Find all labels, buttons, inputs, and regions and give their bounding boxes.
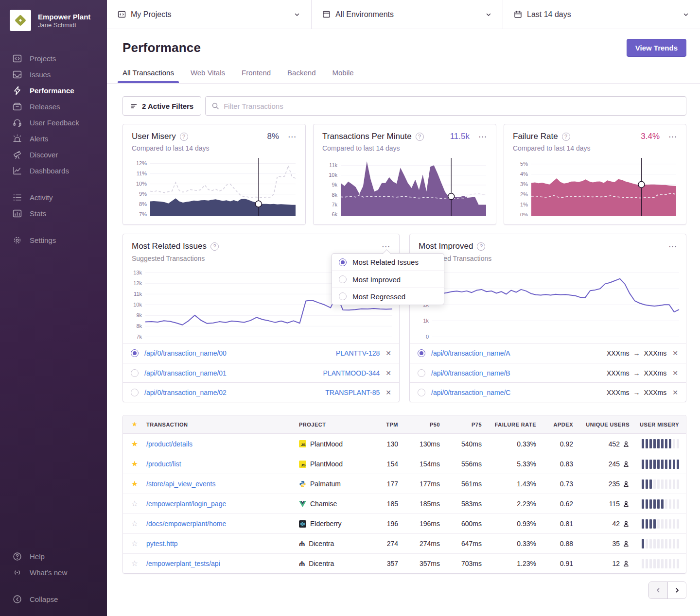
list-item: /api/0/transaction_name/01 PLANTMOOD-344…	[123, 363, 399, 382]
star-icon[interactable]: ★	[123, 422, 146, 427]
user-icon	[623, 480, 630, 487]
sidebar-item-performance[interactable]: Performance	[0, 83, 107, 99]
svg-text:10k: 10k	[133, 302, 142, 308]
transaction-link[interactable]: /api/0/transaction_name/00	[144, 349, 227, 357]
sidebar-item-discover[interactable]: Discover	[0, 147, 107, 163]
star-icon[interactable]: ☆	[123, 540, 146, 548]
col-project[interactable]: PROJECT	[299, 422, 372, 428]
col-user-misery[interactable]: USER MISERY	[631, 422, 686, 428]
card-menu-button[interactable]: ⋯	[664, 133, 677, 141]
star-icon[interactable]: ★	[123, 460, 146, 468]
transaction-link[interactable]: /product/details	[146, 440, 192, 448]
issue-link[interactable]: PLANTTV-128	[336, 349, 380, 357]
sidebar-item-issues[interactable]: Issues	[0, 67, 107, 83]
tpm-cell: 185	[372, 500, 400, 508]
most-improved-chart: 4k3k2k1k0	[414, 266, 680, 340]
tab-mobile[interactable]: Mobile	[332, 68, 353, 83]
star-icon[interactable]: ★	[123, 440, 146, 448]
previous-page-button[interactable]	[649, 582, 667, 599]
transaction-link[interactable]: /docs/empowerplant/home	[146, 520, 226, 528]
col-p75[interactable]: P75	[442, 422, 484, 428]
radio-button[interactable]	[418, 389, 425, 396]
help-circle-icon[interactable]: ?	[477, 242, 485, 251]
star-icon[interactable]: ★	[123, 480, 146, 488]
card-menu-button[interactable]: ⋯	[473, 133, 487, 141]
next-page-button[interactable]	[667, 582, 686, 599]
tab-all-transactions[interactable]: All Transactions	[122, 68, 174, 83]
date-range-picker[interactable]: Last 14 days	[503, 0, 700, 29]
transaction-link[interactable]: /api/0/transaction_name/C	[431, 389, 510, 396]
col-tpm[interactable]: TPM	[372, 422, 400, 428]
card-menu-button[interactable]: ⋯	[283, 133, 297, 141]
col-apdex[interactable]: APDEX	[538, 422, 575, 428]
tab-frontend[interactable]: Frontend	[242, 68, 271, 83]
star-icon[interactable]: ☆	[123, 560, 146, 567]
transaction-link[interactable]: /product/list	[146, 460, 181, 468]
transaction-link[interactable]: /api/0/transaction_name/A	[431, 349, 510, 357]
menu-item-most-improved[interactable]: Most Improved	[332, 271, 444, 288]
transaction-link[interactable]: pytest.http	[146, 540, 178, 548]
radio-button[interactable]	[131, 369, 139, 377]
help-circle-icon[interactable]: ?	[180, 133, 188, 141]
active-filters-button[interactable]: 2 Active Filters	[122, 96, 201, 116]
transaction-link[interactable]: /api/0/transaction_name/B	[431, 369, 510, 377]
col-failure-rate[interactable]: FAILURE RATE	[484, 422, 538, 428]
search-input[interactable]	[224, 102, 680, 110]
radio-button[interactable]	[418, 349, 425, 357]
col-p50[interactable]: P50	[400, 422, 442, 428]
sidebar-item-help[interactable]: Help	[0, 548, 107, 565]
user-icon	[623, 540, 630, 547]
issue-link[interactable]: TRANSPLANT-85	[325, 389, 380, 396]
transaction-link[interactable]: /api/0/transaction_name/01	[144, 369, 227, 377]
tab-backend[interactable]: Backend	[287, 68, 315, 83]
org-switcher[interactable]: Empower Plant Jane Schmidt	[0, 10, 107, 31]
issue-link[interactable]: PLANTMOOD-344	[323, 369, 380, 377]
sidebar-item-stats[interactable]: Stats	[0, 205, 107, 222]
sidebar-collapse-button[interactable]: Collapse	[0, 591, 107, 607]
environment-picker-icon	[322, 10, 331, 18]
radio-button[interactable]	[418, 369, 425, 377]
sidebar-item-alerts[interactable]: Alerts	[0, 131, 107, 147]
p50-cell: 177ms	[400, 480, 442, 488]
view-trends-button[interactable]: View Trends	[627, 39, 686, 57]
close-icon[interactable]: ✕	[385, 369, 391, 377]
col-transaction[interactable]: TRANSACTION	[146, 422, 299, 428]
environment-picker[interactable]: All Environments	[311, 0, 503, 29]
radio-button[interactable]	[131, 349, 139, 357]
svg-text:1%: 1%	[520, 202, 528, 207]
sidebar-item-whats-new[interactable]: What’s new	[0, 565, 107, 581]
col-unique-users[interactable]: UNIQUE USERS	[575, 422, 631, 428]
card-menu-button[interactable]: ⋯	[664, 242, 677, 251]
list-item: /api/0/transaction_name/02 TRANSPLANT-85…	[123, 382, 399, 402]
transaction-link[interactable]: /empowerplant/login_page	[146, 500, 226, 508]
star-icon[interactable]: ☆	[123, 500, 146, 508]
help-circle-icon[interactable]: ?	[562, 133, 570, 141]
close-icon[interactable]: ✕	[385, 349, 391, 357]
tpm-card: Transactions Per Minute ? 11.5k ⋯ Compar…	[313, 124, 496, 225]
help-circle-icon[interactable]: ?	[210, 242, 219, 251]
sidebar-item-activity[interactable]: Activity	[0, 189, 107, 205]
broadcast-icon	[13, 568, 22, 577]
project-picker[interactable]: My Projects	[107, 0, 311, 29]
star-icon[interactable]: ☆	[123, 520, 146, 528]
tab-web-vitals[interactable]: Web Vitals	[191, 68, 225, 83]
sidebar-item-dashboards[interactable]: Dashboards	[0, 163, 107, 179]
close-icon[interactable]: ✕	[385, 389, 391, 396]
sidebar-item-user-feedback[interactable]: User Feedback	[0, 115, 107, 131]
sidebar-item-settings[interactable]: Settings	[0, 232, 107, 248]
sidebar-item-projects[interactable]: Projects	[0, 51, 107, 67]
menu-item-most-regressed[interactable]: Most Regressed	[332, 288, 444, 305]
p75-cell: 703ms	[442, 560, 484, 567]
close-icon[interactable]: ✕	[672, 389, 678, 396]
radio-button[interactable]	[131, 389, 139, 396]
help-circle-icon[interactable]: ?	[416, 133, 424, 141]
close-icon[interactable]: ✕	[672, 349, 678, 357]
card-menu-button[interactable]: ⋯	[377, 242, 390, 251]
transaction-link[interactable]: /empowerplant_tests/api	[146, 560, 220, 567]
close-icon[interactable]: ✕	[672, 369, 678, 377]
p50-cell: 274ms	[400, 540, 442, 548]
transaction-link[interactable]: /api/0/transaction_name/02	[144, 389, 227, 396]
menu-item-most-related-issues[interactable]: Most Related Issues	[332, 254, 444, 271]
transaction-link[interactable]: /store/api_view_events	[146, 480, 215, 488]
sidebar-item-releases[interactable]: Releases	[0, 99, 107, 115]
